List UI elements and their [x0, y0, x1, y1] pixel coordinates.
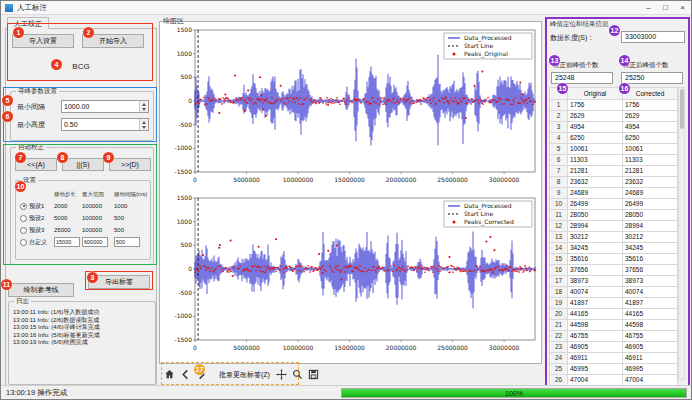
svg-text:500: 500: [181, 241, 193, 248]
after-count-label: 校正后峰值个数: [623, 61, 669, 70]
settings-col-header: 移动步长: [54, 191, 82, 198]
peaks-table-row[interactable]: 102649926499: [550, 199, 678, 210]
settings-row-preset3: 预设325000100000500: [20, 224, 154, 236]
preset-value: 5000: [54, 215, 82, 221]
peaks-table-row[interactable]: 226292629: [550, 111, 678, 122]
peaks-table-row[interactable]: 224675546755: [550, 331, 678, 342]
export-labels-button[interactable]: 导出标签: [88, 275, 150, 289]
preset-value: 100000: [82, 203, 114, 209]
log-lines[interactable]: 13:00:11 Info: (1/6)导入数据成功13:00:11 Info:…: [13, 309, 153, 382]
svg-text:Start Line: Start Line: [464, 42, 493, 49]
peaks-table-row[interactable]: 194189741897: [550, 298, 678, 309]
close-button[interactable]: ×: [674, 1, 691, 14]
svg-text:5000000: 5000000: [233, 176, 260, 183]
preset-value: 1000: [114, 203, 154, 209]
settings-rows: 预设120001000001000预设25000100000500预设32500…: [20, 200, 154, 248]
peaks-table-row[interactable]: 163765637656: [550, 265, 678, 276]
peaks-table-row[interactable]: 244691146911: [550, 353, 678, 364]
draw-reference-button[interactable]: 绘制参考线: [8, 283, 74, 297]
peaks-table-row[interactable]: 264700447004: [550, 375, 678, 386]
pause-button[interactable]: ||(S): [62, 158, 104, 171]
scrollbar-thumb[interactable]: [680, 89, 684, 129]
min-height-spinbox[interactable]: 0.50: [61, 118, 149, 131]
spinner-arrows-icon[interactable]: [139, 101, 148, 112]
data-length-label: 数据长度(S)：: [550, 33, 594, 43]
peaks-table-row[interactable]: 184007440074: [550, 287, 678, 298]
svg-text:15000000: 15000000: [334, 176, 365, 183]
peaks-table-row[interactable]: 204416544165: [550, 309, 678, 320]
table-scrollbar[interactable]: [678, 87, 685, 380]
min-interval-value: 1000.00: [62, 103, 139, 110]
custom-value-input[interactable]: 500: [114, 237, 140, 247]
peaks-table-row[interactable]: 133021230212: [550, 232, 678, 243]
peaks-table-row[interactable]: 61130311303: [550, 155, 678, 166]
svg-text:0: 0: [188, 97, 192, 104]
settings-subgroup: 设置 移动步长最大范围移动间隔(ms) 预设120001000001000预设2…: [15, 180, 151, 260]
forward-icon[interactable]: [195, 367, 208, 382]
peaks-table-row[interactable]: 143424534245: [550, 243, 678, 254]
start-import-button[interactable]: 开始导入: [82, 34, 144, 48]
min-interval-spinbox[interactable]: 1000.00: [61, 100, 149, 113]
tab-manual-correction[interactable]: 人工校正: [7, 17, 49, 29]
peaks-table-row[interactable]: 153561635616: [550, 254, 678, 265]
corrected-column-header[interactable]: Corrected: [623, 88, 678, 100]
save-icon[interactable]: [307, 367, 320, 382]
peaks-table-row[interactable]: 462506250: [550, 133, 678, 144]
zoom-icon[interactable]: [291, 367, 304, 382]
window-controls: – □ ×: [640, 1, 691, 14]
peaks-table-row[interactable]: 112805028050: [550, 210, 678, 221]
custom-value-input[interactable]: 600000: [82, 237, 108, 247]
home-icon[interactable]: [163, 367, 176, 382]
svg-text:-500: -500: [178, 121, 192, 128]
top-chart[interactable]: 150010005000-500-1000-150005000000100000…: [161, 24, 541, 192]
settings-row-custom: 自定义15000600000500: [20, 236, 154, 248]
maximize-button[interactable]: □: [657, 1, 674, 14]
import-settings-button[interactable]: 导入设置: [12, 34, 74, 48]
bottom-chart[interactable]: 150010005000-500-1000-150005000000100000…: [161, 192, 541, 360]
log-line: 13:00:19 Info: (6/6)绘图完成: [13, 339, 153, 347]
log-title: 日志: [14, 297, 31, 305]
peaks-table-row[interactable]: 92468924689: [550, 188, 678, 199]
plot-area-label: 绘图区: [163, 16, 184, 26]
data-length-value: 33003000: [621, 31, 685, 43]
svg-text:Data_Processed: Data_Processed: [464, 202, 512, 210]
preset-value: 100000: [82, 215, 114, 221]
pan-icon[interactable]: [275, 367, 288, 382]
svg-text:-500: -500: [178, 289, 192, 296]
svg-text:1500: 1500: [177, 26, 192, 33]
peaks-table-row[interactable]: 122899428994: [550, 221, 678, 232]
radio-preset2[interactable]: [20, 215, 27, 222]
step-right-button[interactable]: >>(D): [109, 158, 151, 171]
peaks-table-row[interactable]: 254699546995: [550, 364, 678, 375]
peaks-table-row[interactable]: 117561756: [550, 100, 678, 111]
original-column-header[interactable]: Original: [568, 88, 623, 100]
peak-params-group: 寻峰参数设置 最小间隔 1000.00 最小高度 0.50: [10, 91, 154, 141]
radio-label: 预设2: [29, 214, 44, 223]
peaks-table-header: Original Corrected: [550, 88, 678, 100]
batch-edit-labels-button[interactable]: 批量更改标签(Z): [219, 370, 270, 380]
after-count-value: 25250: [621, 72, 683, 84]
svg-text:30000000: 30000000: [489, 176, 520, 183]
radio-label: 预设3: [29, 226, 44, 235]
peaks-table-row[interactable]: 51006110061: [550, 144, 678, 155]
minimize-button[interactable]: –: [640, 1, 657, 14]
peaks-table-row[interactable]: 349544954: [550, 122, 678, 133]
spinner-arrows-icon[interactable]: [139, 119, 148, 130]
peaks-table-row[interactable]: 214459844598: [550, 320, 678, 331]
svg-text:25000000: 25000000: [437, 176, 468, 183]
radio-preset3[interactable]: [20, 227, 27, 234]
radio-preset1[interactable]: [20, 203, 27, 210]
row-number-header: [550, 88, 568, 100]
step-left-button[interactable]: <<(A): [15, 158, 57, 171]
peaks-table-row[interactable]: 82363223632: [550, 177, 678, 188]
bcg-label: BCG: [6, 62, 156, 71]
results-panel: 峰值定位和结果信息 数据长度(S)： 33003000 校正前峰值个数 校正后峰…: [545, 17, 690, 387]
custom-value-input[interactable]: 15000: [54, 237, 80, 247]
peaks-table-row[interactable]: 234690546905: [550, 342, 678, 353]
peaks-table-row[interactable]: 173897338973: [550, 276, 678, 287]
radio-custom[interactable]: [20, 239, 27, 246]
svg-text:1000: 1000: [177, 218, 192, 225]
auto-correct-group: 自动校正 <<(A) ||(S) >>(D) 设置 移动步长最大范围移动间隔(m…: [10, 147, 154, 265]
peaks-table-row[interactable]: 72128121281: [550, 166, 678, 177]
back-icon[interactable]: [179, 367, 192, 382]
